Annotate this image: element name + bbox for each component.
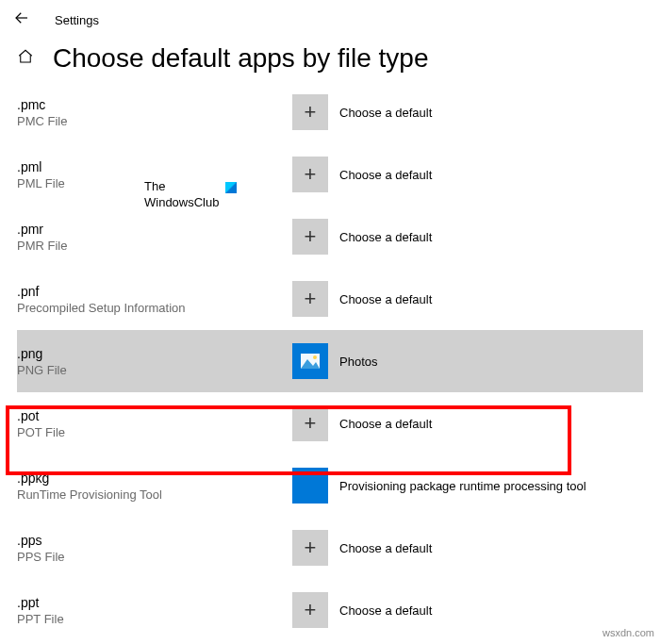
file-extension: .pps — [17, 533, 292, 548]
default-app-label: Provisioning package runtime processing … — [339, 479, 586, 493]
file-description: RunTime Provisioning Tool — [17, 487, 292, 502]
plus-icon: + — [292, 219, 328, 255]
filetype-info: .pngPNG File — [17, 346, 292, 377]
default-app-button[interactable]: +Choose a default — [292, 219, 575, 255]
plus-icon: + — [292, 592, 328, 628]
filetype-row: .ppkgRunTime Provisioning ToolProvisioni… — [17, 454, 643, 517]
file-extension: .pml — [17, 159, 292, 174]
plus-icon: + — [292, 157, 328, 192]
default-app-label: Choose a default — [339, 106, 432, 120]
back-icon[interactable] — [13, 9, 30, 30]
default-app-button[interactable]: +Choose a default — [292, 530, 575, 566]
filetype-row: .pptPPT File+Choose a default — [17, 579, 643, 641]
filetype-row: .ppsPPS File+Choose a default — [17, 517, 643, 579]
file-description: PNG File — [17, 363, 292, 377]
file-extension: .png — [17, 346, 292, 361]
filetype-info: .pptPPT File — [17, 595, 292, 626]
default-app-label: Choose a default — [339, 168, 432, 182]
file-description: PPT File — [17, 612, 292, 626]
filetype-info: .ppsPPS File — [17, 533, 292, 564]
default-app-button[interactable]: Provisioning package runtime processing … — [292, 468, 586, 504]
plus-icon: + — [292, 405, 328, 441]
filetype-info: .potPOT File — [17, 408, 292, 439]
settings-label: Settings — [55, 13, 99, 27]
file-extension: .ppt — [17, 595, 292, 610]
default-app-label: Choose a default — [339, 417, 432, 431]
filetype-row: .pmlPML File+Choose a default — [17, 143, 643, 206]
watermark: The ________ WindowsClub — [144, 179, 237, 211]
default-app-button[interactable]: Photos — [292, 343, 643, 379]
file-description: POT File — [17, 425, 292, 439]
filetype-info: .pmrPMR File — [17, 222, 292, 253]
default-app-label: Choose a default — [339, 541, 432, 555]
default-app-button[interactable]: +Choose a default — [292, 94, 575, 130]
watermark-icon — [225, 182, 237, 193]
filetype-row: .pnfPrecompiled Setup Information+Choose… — [17, 268, 643, 330]
corner-watermark: wsxdn.com — [602, 627, 654, 638]
default-app-label: Photos — [339, 355, 377, 369]
default-app-button[interactable]: +Choose a default — [292, 157, 575, 192]
filetype-row: .potPOT File+Choose a default — [17, 392, 643, 454]
page-title: Choose default apps by file type — [53, 43, 428, 74]
photos-app-icon — [292, 343, 328, 379]
filetype-row: .pmrPMR File+Choose a default — [17, 206, 643, 268]
default-app-label: Choose a default — [339, 230, 432, 244]
file-extension: .pmc — [17, 97, 292, 112]
file-extension: .pot — [17, 408, 292, 423]
file-extension: .pmr — [17, 222, 292, 237]
filetype-row: .pngPNG FilePhotos — [17, 330, 643, 392]
app-tile-icon — [292, 468, 328, 504]
file-extension: .ppkg — [17, 471, 292, 486]
plus-icon: + — [292, 530, 328, 566]
file-description: Precompiled Setup Information — [17, 301, 292, 315]
filetype-info: .pnfPrecompiled Setup Information — [17, 284, 292, 315]
default-app-label: Choose a default — [339, 292, 432, 306]
plus-icon: + — [292, 281, 328, 317]
filetype-row: .pmcPMC File+Choose a default — [17, 81, 643, 143]
file-extension: .pnf — [17, 284, 292, 299]
filetype-info: .ppkgRunTime Provisioning Tool — [17, 471, 292, 502]
home-icon[interactable] — [17, 48, 34, 69]
default-app-label: Choose a default — [339, 603, 432, 618]
file-description: PMR File — [17, 239, 292, 253]
plus-icon: + — [292, 94, 328, 130]
svg-point-3 — [313, 355, 317, 359]
default-app-button[interactable]: +Choose a default — [292, 281, 575, 317]
default-app-button[interactable]: +Choose a default — [292, 592, 575, 628]
file-description: PMC File — [17, 114, 292, 128]
default-app-button[interactable]: +Choose a default — [292, 405, 575, 441]
file-description: PPS File — [17, 550, 292, 564]
filetype-info: .pmcPMC File — [17, 97, 292, 128]
